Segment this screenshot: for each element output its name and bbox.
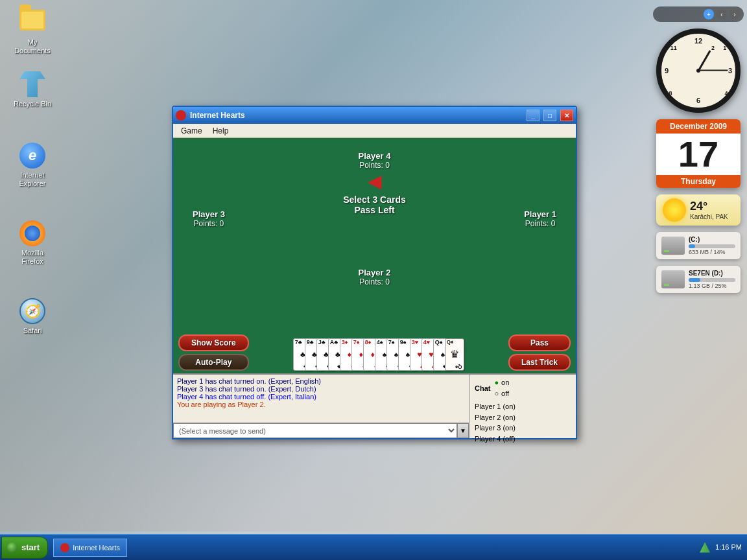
- widget-add-btn[interactable]: +: [704, 9, 714, 19]
- start-orb-icon: [7, 542, 18, 553]
- firefox-icon: [19, 220, 45, 246]
- chat-radio-group: ● on ○ off: [494, 377, 509, 399]
- play-area: Player 4 Points: 0 Player 3 Points: 0 Pl…: [173, 138, 576, 332]
- weather-city: Karāchi, PAK: [690, 213, 734, 220]
- action-row: Show Score Auto-Play 7♣ ♣ 7♣ 9♣ ♣ 9♣ J♣ …: [173, 332, 576, 373]
- weather-info: 24° Karāchi, PAK: [690, 200, 734, 220]
- widget-next-btn[interactable]: ›: [729, 9, 740, 19]
- auto-play-button[interactable]: Auto-Play: [178, 354, 249, 371]
- drive-d-size: 1.13 GB / 25%: [689, 283, 735, 289]
- taskbar-hearts-app[interactable]: Internet Hearts: [53, 539, 127, 557]
- drive-c-info: (C:) 633 MB / 14%: [689, 236, 735, 255]
- ie-icon: e: [19, 143, 45, 169]
- chat-player-entry: Player 4 (off): [475, 434, 571, 445]
- menu-game[interactable]: Game: [176, 125, 208, 137]
- icon-label-safari: Safari: [23, 327, 42, 335]
- radio-off-dot: ○: [494, 390, 499, 397]
- cards-hand: 7♣ ♣ 7♣ 9♣ ♣ 9♣ J♣ ♣ J♣ A♣ ♣ A♣ 3♦ ♦ 3♦ …: [254, 338, 503, 371]
- widget-control-bar: + ‹ ›: [653, 6, 744, 22]
- chat-title: Chat: [475, 384, 490, 392]
- pass-arrow-icon: ◀: [343, 170, 406, 192]
- chat-radio-off[interactable]: ○ off: [494, 390, 509, 397]
- chat-side-panel: Chat ● on ○ off Player 1 (on)Play: [469, 375, 576, 438]
- drive-c-bar-bg: [689, 244, 735, 248]
- taskbar: start Internet Hearts 1:16 PM: [0, 534, 747, 560]
- right-buttons: Pass Last Trick: [508, 334, 571, 371]
- clock-num-2: 2: [711, 45, 715, 51]
- desktop-icon-safari[interactable]: 🧭 Safari: [10, 298, 55, 335]
- clock-hour-hand: [698, 50, 711, 71]
- calendar-day: 17: [656, 134, 741, 175]
- show-score-button[interactable]: Show Score: [178, 334, 249, 351]
- drive-d-widget: SE7EN (D:) 1.13 GB / 25%: [656, 266, 741, 293]
- window-title-icon: [176, 110, 186, 121]
- icon-label-recycle: Recycle Bin: [14, 100, 51, 108]
- desktop-icon-firefox[interactable]: Mozilla Firefox: [10, 220, 55, 266]
- drive-d-bar-bg: [689, 278, 735, 282]
- player1-name: Player 1: [524, 209, 556, 219]
- chat-radio-on[interactable]: ● on: [494, 379, 509, 386]
- clock-num-12: 12: [694, 37, 702, 45]
- clock-num-11: 11: [670, 45, 677, 51]
- card-13[interactable]: Q♠ ♛ Q♠: [445, 338, 464, 371]
- clock-num-1: 1: [723, 45, 726, 51]
- clock-num-9: 9: [665, 67, 669, 75]
- icon-label-mydocs: My Documents: [10, 38, 55, 55]
- select-cards-text: Select 3 Cards: [343, 194, 406, 205]
- clock-num-6: 6: [696, 97, 700, 104]
- taskbar-app-icon: [60, 543, 69, 552]
- radio-on-label: on: [501, 379, 509, 386]
- chat-players-list: Player 1 (on)Player 2 (on)Player 3 (on)P…: [475, 401, 571, 444]
- drive-c-bar-fill: [689, 244, 695, 248]
- chat-message-select[interactable]: (Select a message to send): [173, 423, 457, 438]
- start-label: start: [21, 542, 40, 552]
- network-tray-icon: [700, 542, 710, 553]
- desktop-icon-mydocs[interactable]: My Documents: [10, 10, 55, 55]
- pass-button[interactable]: Pass: [508, 334, 571, 351]
- clock-num-4: 4: [725, 90, 728, 97]
- drive-d-bar-fill: [689, 278, 700, 282]
- weather-sun-icon: [663, 198, 686, 222]
- calendar-widget: December 2009 17 Thursday: [656, 119, 741, 188]
- start-button[interactable]: start: [1, 537, 48, 559]
- drive-d-icon: [661, 270, 685, 288]
- drive-c-label: (C:): [689, 236, 735, 243]
- desktop-icon-recycle[interactable]: Recycle Bin: [10, 71, 55, 108]
- chat-log-line: Player 1 has chat turned on. (Expert, En…: [177, 377, 465, 385]
- window-titlebar: Internet Hearts _ □ ✕: [173, 107, 576, 124]
- window-minimize-btn[interactable]: _: [527, 110, 540, 121]
- player3-info: Player 3 Points: 0: [193, 209, 225, 228]
- chat-log-container: Player 1 has chat turned on. (Expert, En…: [173, 375, 469, 438]
- radio-off-label: off: [501, 390, 509, 397]
- drive-d-light: [664, 284, 669, 286]
- pass-direction-text: Pass Left: [343, 205, 406, 215]
- player4-points: Points: 0: [359, 161, 391, 170]
- chat-input-row[interactable]: (Select a message to send) ▼: [173, 423, 469, 438]
- chat-player-entry: Player 1 (on): [475, 401, 571, 412]
- chat-scroll-btn[interactable]: ▼: [457, 423, 469, 438]
- last-trick-button[interactable]: Last Trick: [508, 354, 571, 371]
- window-maximize-btn[interactable]: □: [543, 110, 556, 121]
- taskbar-clock: 1:16 PM: [715, 542, 742, 552]
- drive-d-label: SE7EN (D:): [689, 270, 735, 277]
- window-menubar: Game Help: [173, 124, 576, 138]
- window-close-btn[interactable]: ✕: [560, 110, 573, 121]
- drive-c-size: 633 MB / 14%: [689, 249, 735, 255]
- menu-help[interactable]: Help: [208, 125, 234, 137]
- widget-prev-btn[interactable]: ‹: [717, 9, 727, 19]
- clock-widget: 12 3 6 9 1 11 2 4 8: [656, 29, 741, 113]
- recycle-icon: [19, 71, 45, 97]
- center-instruction: ◀ Select 3 Cards Pass Left: [343, 170, 406, 215]
- chat-log-line: Player 4 has chat turned off. (Expert, I…: [177, 393, 465, 401]
- icon-label-firefox: Mozilla Firefox: [10, 249, 55, 266]
- desktop: My Documents Recycle Bin e Internet Expl…: [0, 0, 747, 560]
- chat-log-line: Player 3 has chat turned on. (Expert, Du…: [177, 385, 465, 393]
- widget-panel: + ‹ › 12 3 6 9 1 11 2 4 8 December 20: [650, 0, 747, 324]
- drive-c-icon: [661, 237, 685, 255]
- folder-icon: [19, 10, 45, 36]
- weather-temperature: 24°: [690, 200, 734, 213]
- player2-info: Player 2 Points: 0: [359, 268, 391, 286]
- chat-player-entry: Player 2 (on): [475, 412, 571, 423]
- desktop-icon-ie[interactable]: e Internet Explorer: [10, 143, 55, 188]
- taskbar-app-label: Internet Hearts: [73, 544, 120, 552]
